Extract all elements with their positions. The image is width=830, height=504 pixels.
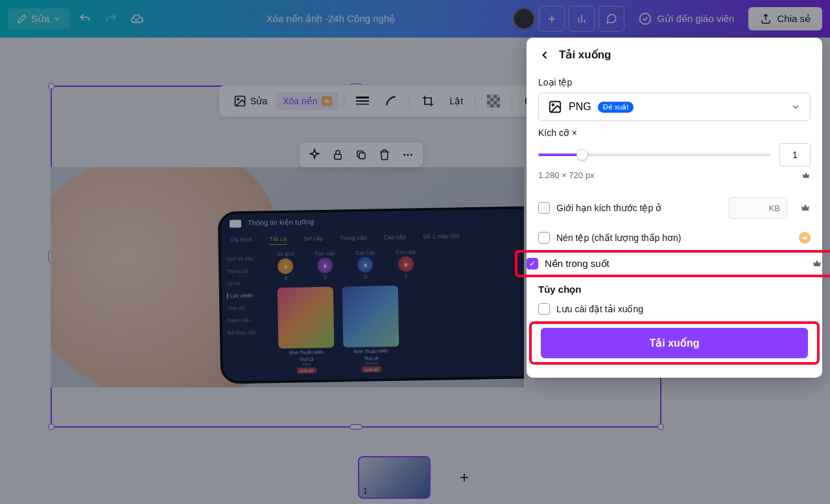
crown-icon (800, 203, 811, 213)
kb-input[interactable] (729, 197, 787, 219)
suggested-badge: Đề xuất (598, 102, 634, 113)
compress-option[interactable]: Nén tệp (chất lượng thấp hơn) (538, 225, 811, 250)
crown-icon (801, 171, 811, 180)
download-panel: Tải xuống Loại tệp PNG Đề xuất Kích cỡ ×… (527, 38, 822, 378)
checkbox-compress[interactable] (538, 232, 550, 244)
transparent-bg-option[interactable]: ✓ Nền trong suốt (515, 250, 830, 277)
checkbox-save-settings[interactable] (538, 303, 550, 315)
save-settings-option[interactable]: Lưu cài đặt tải xuống (538, 297, 811, 321)
panel-title: Tải xuống (559, 48, 611, 62)
svg-point-22 (552, 104, 554, 106)
options-label: Tùy chọn (538, 284, 811, 295)
chevron-down-icon (790, 102, 801, 112)
slider-thumb[interactable] (576, 149, 588, 161)
checkbox-limit-size[interactable] (538, 202, 550, 214)
file-type-value: PNG (569, 101, 591, 113)
dimensions-text: 1.280 × 720 px (538, 170, 594, 180)
download-button[interactable]: Tải xuống (541, 328, 808, 358)
checkbox-transparent-bg[interactable]: ✓ (527, 258, 538, 269)
back-button[interactable] (538, 49, 551, 62)
size-input[interactable]: 1 (779, 143, 811, 166)
file-type-label: Loại tệp (538, 77, 811, 87)
limit-size-option[interactable]: Giới hạn kích thước tệp ở (538, 190, 811, 225)
size-slider[interactable] (538, 154, 770, 156)
file-type-select[interactable]: PNG Đề xuất (538, 93, 811, 121)
crown-badge-icon (799, 232, 811, 244)
size-label: Kích cỡ × (538, 128, 811, 138)
image-icon (548, 100, 562, 114)
crown-icon (812, 258, 822, 269)
